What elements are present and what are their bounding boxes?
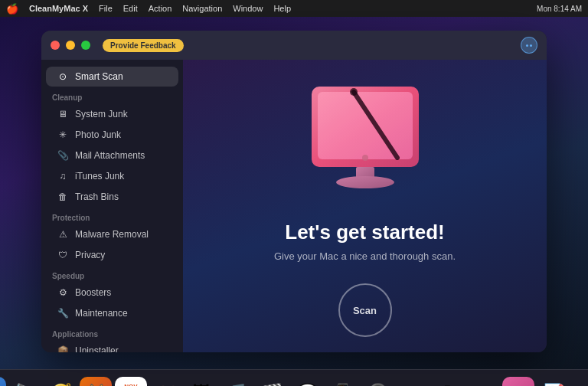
sidebar-item-smart-scan[interactable]: ⊙ Smart Scan — [46, 67, 178, 87]
app-name-menu[interactable]: CleanMyMac X — [29, 4, 88, 13]
dock-finder[interactable]: 🔵 — [0, 377, 6, 387]
photo-junk-label: Photo Junk — [75, 129, 121, 140]
dock-music2[interactable]: 🎧 — [361, 377, 394, 387]
sidebar-item-malware-removal[interactable]: ⚠ Malware Removal — [46, 224, 178, 244]
dock-itunes[interactable]: ♫ — [397, 377, 429, 387]
maximize-button[interactable] — [81, 41, 90, 50]
dock-files[interactable]: 📁 — [150, 377, 182, 387]
menu-time: Mon 8:14 AM — [537, 5, 582, 13]
menu-window[interactable]: Window — [233, 4, 263, 13]
dock-safari[interactable]: 🧭 — [44, 377, 77, 387]
minimize-button[interactable] — [66, 41, 75, 50]
dock-trash[interactable]: 🗑 — [582, 377, 588, 387]
dock-calendar[interactable]: NOV 21 — [115, 377, 147, 387]
app-window: Provide Feedback ⊙ Smart Scan — [41, 31, 547, 352]
dock-cleanmymac[interactable]: 🖥 — [502, 377, 534, 387]
privacy-label: Privacy — [75, 250, 105, 260]
sidebar-item-photo-junk[interactable]: ✳ Photo Junk — [46, 125, 178, 145]
title-bar: Provide Feedback — [41, 31, 547, 60]
window-content: ⊙ Smart Scan Cleanup 🖥 System Junk ✳ Pho… — [41, 60, 547, 352]
uninstaller-icon: 📦 — [57, 345, 69, 352]
sidebar-item-uninstaller[interactable]: 📦 Uninstaller — [46, 341, 178, 352]
main-area: Let's get started! Give your Mac a nice … — [183, 60, 547, 352]
sidebar-item-boosters[interactable]: ⚙ Boosters — [46, 283, 178, 303]
section-cleanup: Cleanup — [41, 87, 183, 103]
dock-podcasts[interactable]: 🎙 — [432, 377, 464, 387]
svg-point-5 — [336, 176, 394, 188]
uninstaller-label: Uninstaller — [75, 345, 119, 352]
mac-illustration — [289, 75, 442, 205]
dock-messages[interactable]: 💬 — [291, 377, 323, 387]
maintenance-icon: 🔧 — [57, 307, 69, 319]
section-applications: Applications — [41, 324, 183, 340]
main-title: Let's get started! — [285, 221, 444, 244]
itunes-junk-label: iTunes Junk — [75, 171, 124, 182]
menu-action[interactable]: Action — [149, 4, 172, 13]
smart-scan-label: Smart Scan — [75, 71, 123, 82]
maintenance-label: Maintenance — [75, 308, 128, 319]
sidebar-item-system-junk[interactable]: 🖥 System Junk — [46, 104, 178, 124]
malware-removal-label: Malware Removal — [75, 229, 149, 240]
svg-rect-2 — [318, 92, 413, 159]
dock-firefox[interactable]: 🦊 — [80, 377, 112, 387]
dock-music[interactable]: 🎵 — [220, 377, 253, 387]
dock-facetime[interactable]: 📱 — [326, 377, 358, 387]
smart-scan-icon: ⊙ — [57, 70, 69, 83]
mail-attachments-label: Mail Attachments — [75, 150, 145, 161]
close-button[interactable] — [51, 41, 60, 50]
dock-notes[interactable]: 📝 — [537, 377, 570, 387]
menu-bar: 🍎 CleanMyMac X File Edit Action Navigati… — [0, 0, 588, 17]
menu-navigation[interactable]: Navigation — [182, 4, 222, 13]
menu-bar-right: Mon 8:14 AM — [537, 5, 582, 13]
dock-system-prefs[interactable]: ⚙ — [467, 377, 499, 387]
dock-siri[interactable]: 🔭 — [9, 377, 41, 387]
system-junk-label: System Junk — [75, 109, 128, 119]
trash-bins-label: Trash Bins — [75, 191, 119, 202]
feedback-button[interactable]: Provide Feedback — [103, 39, 184, 52]
mail-attachments-icon: 📎 — [57, 149, 69, 162]
apple-menu[interactable]: 🍎 — [6, 3, 18, 15]
boosters-label: Boosters — [75, 287, 111, 298]
menu-file[interactable]: File — [99, 4, 113, 13]
photo-junk-icon: ✳ — [57, 129, 69, 141]
svg-point-7 — [350, 88, 358, 96]
menu-bar-left: 🍎 CleanMyMac X File Edit Action Navigati… — [6, 3, 291, 15]
dock-vlc[interactable]: 🎬 — [256, 377, 288, 387]
sidebar-item-privacy[interactable]: 🛡 Privacy — [46, 245, 178, 265]
itunes-junk-icon: ♫ — [57, 170, 69, 182]
sidebar-item-maintenance[interactable]: 🔧 Maintenance — [46, 303, 178, 323]
sidebar-item-trash-bins[interactable]: 🗑 Trash Bins — [46, 187, 178, 207]
sidebar: ⊙ Smart Scan Cleanup 🖥 System Junk ✳ Pho… — [41, 60, 183, 352]
trash-bins-icon: 🗑 — [57, 191, 69, 203]
title-bar-right — [521, 37, 537, 54]
system-junk-icon: 🖥 — [57, 108, 69, 120]
main-subtitle: Give your Mac a nice and thorough scan. — [274, 250, 456, 262]
sidebar-item-itunes-junk[interactable]: ♫ iTunes Junk — [46, 166, 178, 186]
malware-removal-icon: ⚠ — [57, 228, 69, 240]
menu-edit[interactable]: Edit — [123, 4, 138, 13]
dot-2 — [530, 44, 532, 47]
scan-button[interactable]: Scan — [338, 283, 392, 337]
dots-inner — [526, 44, 532, 47]
dot-1 — [526, 44, 528, 47]
sidebar-item-mail-attachments[interactable]: 📎 Mail Attachments — [46, 146, 178, 165]
dock: 🔵 🔭 🧭 🦊 NOV 21 📁 🖼 🎵 🎬 💬 📱 🎧 ♫ 🎙 ⚙ 🖥 📝 🗑 — [0, 369, 588, 386]
svg-point-3 — [362, 155, 368, 161]
menu-dots-button[interactable] — [521, 37, 537, 54]
desktop: Provide Feedback ⊙ Smart Scan — [0, 17, 588, 369]
menu-help[interactable]: Help — [273, 4, 291, 13]
privacy-icon: 🛡 — [57, 249, 69, 261]
dock-photos[interactable]: 🖼 — [185, 377, 217, 387]
boosters-icon: ⚙ — [57, 286, 69, 299]
section-speedup: Speedup — [41, 266, 183, 282]
section-protection: Protection — [41, 208, 183, 224]
